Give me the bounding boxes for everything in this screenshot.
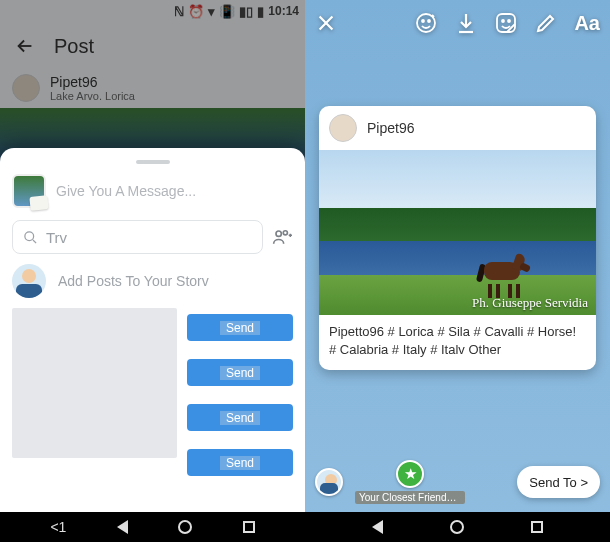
add-people-icon[interactable]	[271, 227, 293, 247]
status-vibrate-icon: 📳	[219, 4, 235, 19]
status-time: 10:14	[268, 4, 299, 18]
author-avatar	[12, 74, 40, 102]
system-nav-bar	[305, 512, 610, 542]
add-to-story-label: Add Posts To Your Storv	[58, 273, 209, 289]
photo-signature: Ph. Giuseppe Servidia	[472, 295, 588, 311]
star-icon: ★	[396, 460, 424, 488]
nav-home-icon[interactable]	[178, 520, 192, 534]
close-friends-label: Your Closest Friends Storv	[355, 491, 465, 504]
nav-recent-icon[interactable]	[243, 521, 255, 533]
share-sheet: Give You A Message... Trv Add Posts To Y…	[0, 148, 305, 512]
author-name: Pipet96	[50, 74, 135, 90]
message-input-row[interactable]: Give You A Message...	[12, 174, 293, 208]
nav-recent-icon[interactable]	[531, 521, 543, 533]
message-placeholder: Give You A Message...	[56, 183, 196, 199]
send-button[interactable]: Send	[187, 314, 293, 341]
status-signal-icon: ▮▯	[239, 4, 253, 19]
your-story-chip[interactable]	[315, 468, 343, 496]
card-author-avatar	[329, 114, 357, 142]
svg-point-7	[502, 20, 504, 22]
post-author-row[interactable]: Pipet96 Lake Arvo. Lorica	[0, 70, 305, 108]
card-caption: Pipetto96 # Lorica # Sila # Cavalli # Ho…	[319, 315, 596, 370]
share-sheet-screen: ℕ ⏰ ▾ 📳 ▮▯ ▮ 10:14 Post Pipet96 Lake Arv…	[0, 0, 305, 542]
self-avatar	[12, 264, 46, 298]
story-toolbar: Aa	[305, 0, 610, 46]
list-item: Send Send Send Send	[12, 308, 293, 476]
svg-point-5	[428, 20, 430, 22]
add-to-story-row[interactable]: Add Posts To Your Storv	[12, 264, 293, 298]
text-tool-icon[interactable]: Aa	[574, 12, 600, 35]
post-header: Post	[0, 22, 305, 70]
draw-icon[interactable]	[534, 11, 558, 35]
status-nfc-icon: ℕ	[174, 4, 184, 19]
recipient-placeholder	[12, 308, 177, 458]
back-icon[interactable]	[14, 35, 36, 57]
card-author-name: Pipet96	[367, 120, 414, 136]
status-bar: ℕ ⏰ ▾ 📳 ▮▯ ▮ 10:14	[0, 0, 305, 22]
status-wifi-icon: ▾	[208, 4, 215, 19]
send-button[interactable]: Send	[187, 404, 293, 431]
sticker-icon[interactable]	[494, 11, 518, 35]
search-input[interactable]: Trv	[12, 220, 263, 254]
send-button[interactable]: Send	[187, 359, 293, 386]
face-filter-icon[interactable]	[414, 11, 438, 35]
story-destination-bar: ★ Your Closest Friends Storv Send To >	[305, 452, 610, 512]
svg-point-3	[417, 14, 435, 32]
close-icon[interactable]	[315, 12, 337, 34]
status-alarm-icon: ⏰	[188, 4, 204, 19]
card-header: Pipet96	[319, 106, 596, 150]
your-story-avatar	[315, 468, 343, 496]
search-placeholder: Trv	[46, 229, 67, 246]
horse-illustration	[478, 254, 530, 292]
svg-rect-6	[497, 14, 515, 32]
download-icon[interactable]	[454, 11, 478, 35]
status-battery-icon: ▮	[257, 4, 264, 19]
nav-home-icon[interactable]	[450, 520, 464, 534]
nav-back-icon[interactable]	[372, 520, 383, 534]
story-editor-screen: Aa Pipet96 Ph. Giuseppe Servidia Pipetto…	[305, 0, 610, 542]
reshare-card[interactable]: Pipet96 Ph. Giuseppe Servidia Pipetto96 …	[319, 106, 596, 370]
nav-hint: <1	[50, 519, 66, 535]
send-to-button[interactable]: Send To >	[517, 466, 600, 498]
author-location: Lake Arvo. Lorica	[50, 90, 135, 102]
card-photo: Ph. Giuseppe Servidia	[319, 150, 596, 315]
svg-point-2	[283, 231, 287, 235]
page-title: Post	[54, 35, 94, 58]
svg-point-0	[25, 231, 34, 240]
svg-point-8	[508, 20, 510, 22]
send-button[interactable]: Send	[187, 449, 293, 476]
svg-point-4	[422, 20, 424, 22]
sheet-grabber[interactable]	[136, 160, 170, 164]
system-nav-bar: <1	[0, 512, 305, 542]
recipient-list: Send Send Send Send	[12, 308, 293, 476]
search-icon	[23, 230, 38, 245]
svg-point-1	[276, 231, 281, 236]
nav-back-icon[interactable]	[117, 520, 128, 534]
post-thumbnail	[12, 174, 46, 208]
close-friends-chip[interactable]: ★ Your Closest Friends Storv	[355, 460, 465, 504]
